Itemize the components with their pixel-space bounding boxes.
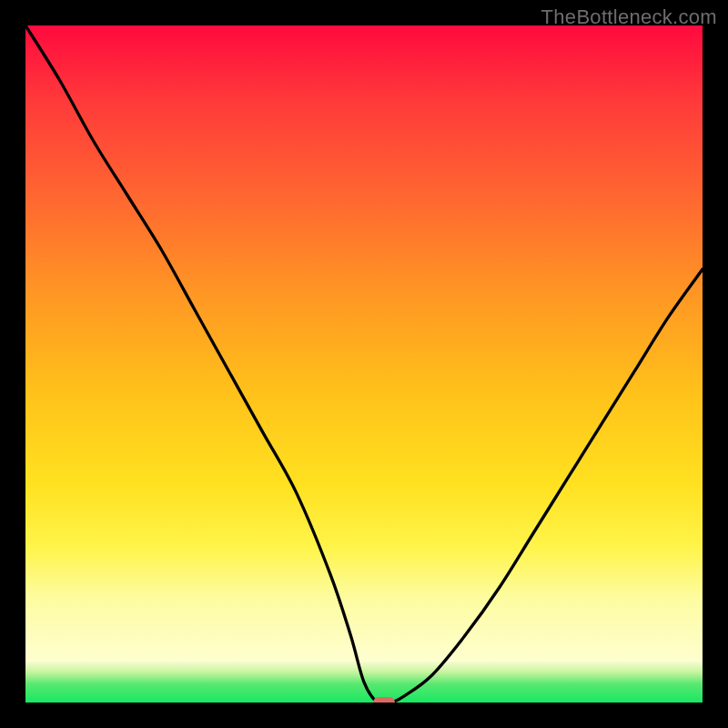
- bottleneck-curve-path: [25, 25, 703, 703]
- plot-area: [25, 25, 703, 703]
- curve-svg: [25, 25, 703, 703]
- minimum-marker: [373, 697, 395, 703]
- chart-frame: TheBottleneck.com: [0, 0, 728, 728]
